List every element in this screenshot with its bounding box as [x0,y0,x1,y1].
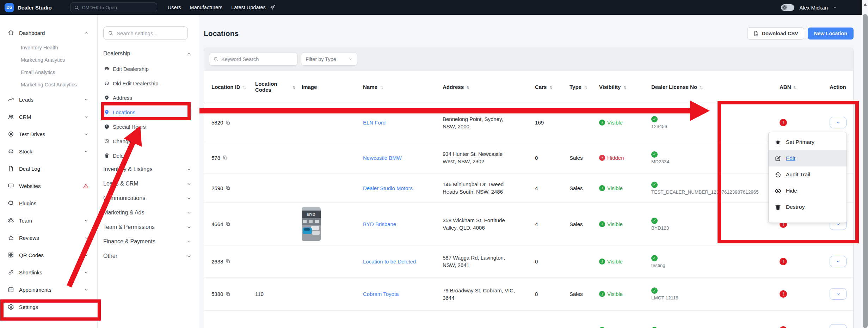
sidebar-item-crm[interactable]: CRM [0,111,97,122]
column-header-cars[interactable]: Cars↑↓ [525,71,560,103]
sidebar-item-settings[interactable]: Settings [0,302,97,312]
row-action-button[interactable] [830,117,847,128]
settings-item-changes[interactable]: Changes [103,136,192,146]
copy-icon[interactable] [226,120,230,125]
row-action-button[interactable] [830,324,847,328]
sidebar-item-dashboard[interactable]: Dashboard [0,28,97,38]
location-name-link[interactable]: BYD Brisbane [363,221,396,227]
sidebar-item-deal-log[interactable]: Deal Log [0,163,97,174]
settings-item-address[interactable]: Address [103,92,192,103]
copy-icon[interactable] [226,221,230,226]
sidebar-item-reviews[interactable]: Reviews [0,232,97,243]
keyword-search[interactable] [209,53,298,66]
cell-visibility: iVisible [593,311,641,328]
sort-icon[interactable]: ↑↓ [380,84,382,90]
sidebar-item-label: Team [19,218,32,224]
chevron-down-icon [84,97,89,102]
column-header-dealer-license-no[interactable]: Dealer License No↑↓ [641,71,779,103]
sidebar-item-qr-codes[interactable]: QR Codes [0,250,97,260]
column-header-type[interactable]: Type↑↓ [560,71,593,103]
location-name-link[interactable]: Location to be Deleted [363,259,416,265]
copy-icon[interactable] [226,292,230,297]
vertical-scrollbar[interactable] [862,0,868,328]
copy-icon[interactable] [226,259,230,264]
column-header-name[interactable]: Name↑↓ [354,71,434,103]
row-action-button[interactable] [830,288,847,300]
menu-item-hide[interactable]: Hide [769,183,847,199]
sort-icon[interactable]: ↑↓ [466,84,469,90]
sidebar-item-team[interactable]: Team [0,215,97,226]
settings-search-input[interactable] [117,30,177,36]
menu-item-set-primary[interactable]: Set Primary [769,134,847,150]
sidebar-subitem-inventory-health[interactable]: Inventory Health [0,45,97,53]
row-action-button[interactable] [830,256,847,267]
column-header-visibility[interactable]: Visibility↑↓ [593,71,641,103]
menu-item-destroy[interactable]: Destroy [769,199,847,215]
settings-section-team-permissions[interactable]: Team & Permissions [103,223,192,232]
settings-section-finance-payments[interactable]: Finance & Payments [103,237,192,246]
sidebar-item-shortlinks[interactable]: Shortlinks [0,267,97,278]
settings-item-delete[interactable]: Delete [103,150,192,161]
column-header-abn[interactable]: ABN↑↓ [779,71,821,103]
user-menu[interactable]: Alex Mickan [799,5,828,11]
sidebar-subitem-marketing-analytics[interactable]: Marketing Analytics [0,57,97,65]
filter-by-type-select[interactable]: Filter by Type [301,53,357,66]
trash-icon [104,153,110,158]
sidebar-item-plugins[interactable]: Plugins [0,198,97,208]
sort-icon[interactable]: ↑↓ [700,84,702,90]
chevron-down-icon[interactable] [833,5,838,10]
sort-icon[interactable]: ↑↓ [623,84,626,90]
settings-item-old-edit-dealership[interactable]: Old Edit Dealership [103,78,192,89]
settings-item-locations[interactable]: Locations [103,107,192,117]
settings-section-dealership[interactable]: Dealership [103,49,192,58]
settings-section-marketing-ads[interactable]: Marketing & Ads [103,208,192,217]
settings-section-other[interactable]: Other [103,251,192,261]
sort-icon[interactable]: ↑↓ [243,84,245,90]
sidebar-subitem-email-analytics[interactable]: Email Analytics [0,69,97,77]
cell-cars: 10 [525,311,560,328]
sort-icon[interactable]: ↑↓ [549,84,552,90]
settings-item-special-hours[interactable]: Special Hours [103,121,192,132]
download-csv-button[interactable]: CSV Download CSV [747,28,804,40]
nav-link-manufacturers[interactable]: Manufacturers [190,5,223,10]
sort-icon[interactable]: ↑↓ [292,84,295,90]
check-circle-icon: ✓ [651,287,658,294]
app-logo[interactable]: DS [5,3,14,12]
location-name-link[interactable]: Cobram Toyota [363,291,399,297]
sidebar-item-appointments[interactable]: Appointments [0,284,97,295]
sidebar-item-stock[interactable]: Stock [0,146,97,157]
column-header-address[interactable]: Address↑↓ [434,71,525,103]
nav-link-users[interactable]: Users [168,5,181,10]
sort-icon[interactable]: ↑↓ [794,84,796,90]
location-name-link[interactable]: Dealer Studio Motors [363,185,413,191]
settings-section-communications[interactable]: Communications [103,194,192,203]
command-search[interactable]: CMD+K to Open [70,2,157,12]
location-photo[interactable]: BYD [302,207,321,241]
nav-link-latest-updates[interactable]: Latest Updates [231,5,266,10]
settings-item-edit-dealership[interactable]: Edit Dealership [103,63,192,74]
copy-icon[interactable] [223,155,228,160]
keyword-search-input[interactable] [221,56,288,62]
sidebar-item-websites[interactable]: Websites [0,181,97,191]
app-root: DS Dealer Studio CMD+K to Open Users Man… [0,0,868,328]
menu-item-audit-trail[interactable]: Audit Trail [769,166,847,183]
theme-toggle[interactable] [781,4,794,11]
location-name-link[interactable]: Newcastle BMW [363,155,402,161]
column-header-location-codes[interactable]: Location Codes↑↓ [250,71,295,103]
check-circle-icon: ✓ [651,255,658,261]
sidebar-item-leads[interactable]: Leads [0,94,97,105]
copy-icon[interactable] [226,186,230,190]
settings-section-inventory-listings[interactable]: Inventory & Listings [103,165,192,174]
location-name-link[interactable]: ELN Ford [363,120,386,126]
sort-icon[interactable]: ↑↓ [584,84,586,90]
cell-image [295,142,354,173]
new-location-button[interactable]: New Location [808,28,854,40]
column-header-location-id[interactable]: Location ID↑↓ [211,71,250,103]
scrollbar-thumb[interactable] [863,14,868,328]
sidebar-item-test-drives[interactable]: Test Drives [0,129,97,139]
menu-item-edit[interactable]: Edit [769,150,847,166]
settings-search[interactable] [103,26,188,40]
sidebar-subitem-marketing-cost-analytics[interactable]: Marketing Cost Analytics [0,82,97,90]
settings-section-leads-crm[interactable]: Leads & CRM [103,179,192,188]
scrollbar-up-arrow[interactable] [863,3,867,6]
